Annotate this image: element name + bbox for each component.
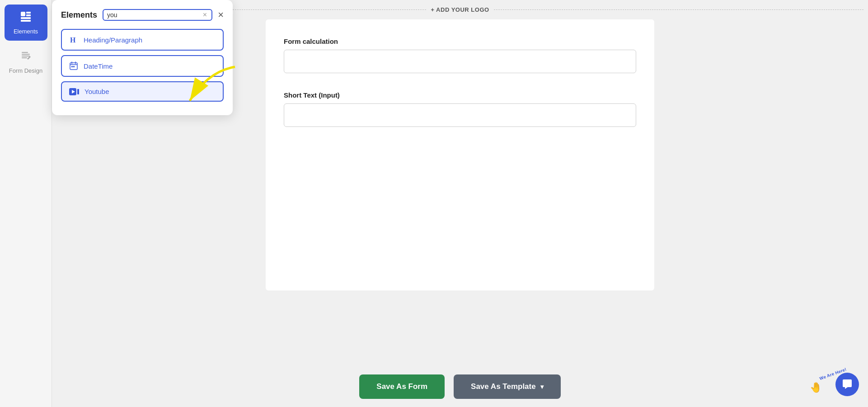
wave-emoji: 🤚 bbox=[810, 382, 822, 393]
bottom-bar: Save As Form Save As Template ▾ bbox=[52, 366, 868, 407]
svg-rect-3 bbox=[21, 17, 31, 19]
search-wrapper: × bbox=[103, 9, 212, 21]
svg-rect-7 bbox=[22, 56, 30, 56]
youtube-label: Youtube bbox=[84, 88, 109, 95]
chat-widget: 🤚 We Are Here! bbox=[800, 366, 859, 402]
svg-rect-5 bbox=[22, 52, 28, 53]
chat-bubble-button[interactable] bbox=[835, 373, 859, 396]
form-calculation-label: Form calculation bbox=[284, 37, 636, 45]
element-list: H Heading/Paragraph DateTime bbox=[61, 29, 224, 102]
svg-rect-2 bbox=[26, 14, 31, 16]
search-input[interactable] bbox=[107, 11, 200, 19]
panel-header: Elements × × bbox=[61, 9, 224, 21]
elements-panel: Elements × × H Heading/Paragraph bbox=[52, 0, 233, 115]
close-panel-button[interactable]: × bbox=[218, 10, 224, 20]
svg-rect-6 bbox=[22, 54, 30, 55]
logo-line-right bbox=[494, 9, 863, 10]
svg-rect-14 bbox=[71, 66, 73, 67]
elements-icon bbox=[19, 10, 32, 25]
sidebar-form-design-label: Form Design bbox=[9, 67, 42, 74]
short-text-input[interactable] bbox=[284, 103, 636, 127]
svg-rect-0 bbox=[21, 12, 25, 16]
short-text-label: Short Text (Input) bbox=[284, 91, 636, 99]
heading-label: Heading/Paragraph bbox=[84, 36, 142, 44]
svg-rect-1 bbox=[26, 12, 31, 14]
youtube-icon bbox=[69, 88, 79, 95]
datetime-label: DateTime bbox=[84, 62, 113, 70]
add-logo-button[interactable]: + ADD YOUR LOGO bbox=[431, 6, 489, 13]
form-calculation-input[interactable] bbox=[284, 50, 636, 73]
sidebar-item-elements[interactable]: Elements bbox=[5, 5, 47, 41]
heading-icon: H bbox=[69, 35, 78, 44]
save-as-template-button[interactable]: Save As Template ▾ bbox=[454, 374, 561, 399]
short-text-group: Short Text (Input) bbox=[284, 91, 636, 127]
form-design-icon bbox=[20, 51, 32, 65]
sidebar-item-form-design[interactable]: Form Design bbox=[5, 44, 47, 80]
panel-title: Elements bbox=[61, 10, 97, 20]
element-item-datetime[interactable]: DateTime bbox=[61, 55, 224, 77]
dropdown-arrow-icon: ▾ bbox=[540, 383, 544, 390]
form-canvas: Form calculation Short Text (Input) bbox=[266, 19, 654, 290]
save-as-form-button[interactable]: Save As Form bbox=[359, 374, 445, 399]
datetime-icon bbox=[69, 61, 78, 70]
svg-rect-4 bbox=[21, 20, 31, 22]
element-item-youtube[interactable]: Youtube bbox=[61, 81, 224, 102]
element-item-heading[interactable]: H Heading/Paragraph bbox=[61, 29, 224, 51]
svg-rect-18 bbox=[77, 89, 79, 94]
clear-search-button[interactable]: × bbox=[202, 11, 208, 19]
sidebar: Elements Form Design bbox=[0, 0, 52, 407]
save-template-label: Save As Template bbox=[471, 382, 536, 391]
svg-text:H: H bbox=[70, 36, 76, 44]
sidebar-elements-label: Elements bbox=[14, 28, 38, 35]
svg-rect-15 bbox=[73, 66, 75, 67]
form-calculation-group: Form calculation bbox=[284, 37, 636, 73]
svg-rect-8 bbox=[22, 57, 27, 58]
